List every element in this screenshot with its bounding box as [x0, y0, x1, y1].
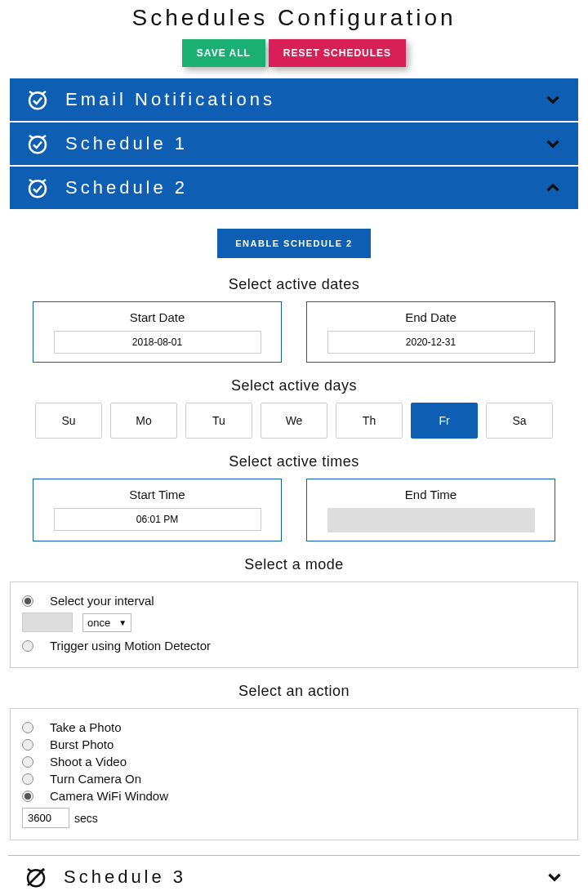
chevron-down-icon [542, 133, 564, 154]
page-title: Schedules Configuration [8, 0, 580, 39]
alarm-check-icon [24, 87, 51, 113]
interval-radio[interactable] [22, 595, 33, 607]
accordion-title: Schedule 1 [65, 133, 542, 154]
day-mo-button[interactable]: Mo [110, 403, 177, 439]
wifi-seconds-input[interactable] [22, 808, 69, 828]
day-th-button[interactable]: Th [336, 403, 403, 439]
accordion-schedule-2[interactable]: Schedule 2 [10, 167, 578, 211]
svg-point-1 [29, 136, 46, 153]
caret-down-icon: ▼ [118, 618, 127, 627]
motion-radio[interactable] [22, 640, 33, 652]
alarm-check-icon [24, 131, 51, 157]
take-photo-radio[interactable] [22, 722, 33, 733]
mode-label: Select a mode [8, 556, 580, 573]
interval-unit-value: once [87, 617, 110, 629]
start-time-input[interactable] [54, 508, 261, 531]
day-fr-button[interactable]: Fr [411, 403, 478, 439]
action-box: Take a Photo Burst Photo Shoot a Video T… [10, 708, 578, 840]
shoot-video-radio[interactable] [22, 756, 33, 768]
end-time-input[interactable] [327, 508, 535, 532]
secs-label: secs [74, 812, 98, 825]
start-time-box: Start Time [33, 479, 282, 541]
end-time-box: End Time [306, 479, 555, 541]
svg-point-2 [29, 180, 46, 197]
camera-on-radio[interactable] [22, 773, 33, 785]
start-date-label: Start Date [42, 310, 273, 324]
enable-schedule-2-button[interactable]: ENABLE SCHEDULE 2 [217, 229, 370, 258]
day-we-button[interactable]: We [261, 403, 327, 439]
accordion-schedule-1[interactable]: Schedule 1 [10, 123, 578, 167]
camera-on-label: Turn Camera On [50, 772, 141, 786]
interval-unit-select[interactable]: once ▼ [82, 613, 131, 632]
action-label: Select an action [8, 683, 580, 700]
active-days-label: Select active days [8, 377, 580, 394]
chevron-down-icon [544, 866, 565, 888]
start-time-label: Start Time [42, 488, 273, 501]
shoot-video-label: Shoot a Video [50, 755, 127, 768]
wifi-window-label: Camera WiFi Window [50, 789, 168, 803]
start-date-input[interactable] [54, 331, 261, 354]
take-photo-label: Take a Photo [50, 720, 122, 734]
accordion-title: Schedule 3 [64, 866, 544, 888]
alarm-off-icon [23, 864, 49, 890]
svg-point-0 [29, 92, 46, 109]
reset-schedules-button[interactable]: RESET SCHEDULES [269, 39, 406, 67]
day-su-button[interactable]: Su [35, 403, 102, 439]
burst-photo-label: Burst Photo [50, 737, 114, 751]
end-date-label: End Date [315, 310, 546, 324]
accordion-title: Email Notifications [65, 89, 542, 110]
end-date-box: End Date [306, 301, 555, 363]
interval-label: Select your interval [50, 594, 154, 608]
accordion-schedule-3[interactable]: Schedule 3 [8, 855, 580, 891]
mode-box: Select your interval once ▼ Trigger usin… [10, 581, 578, 668]
accordion-email-notifications[interactable]: Email Notifications [10, 78, 578, 123]
alarm-check-icon [24, 175, 51, 201]
chevron-down-icon [542, 89, 564, 110]
save-all-button[interactable]: SAVE ALL [182, 39, 265, 67]
day-tu-button[interactable]: Tu [185, 403, 252, 439]
active-times-label: Select active times [8, 453, 580, 470]
accordion-title: Schedule 2 [65, 177, 542, 198]
chevron-up-icon [542, 177, 564, 198]
motion-label: Trigger using Motion Detector [50, 639, 211, 653]
interval-value-input[interactable] [22, 613, 73, 632]
active-dates-label: Select active dates [8, 276, 580, 293]
day-sa-button[interactable]: Sa [486, 403, 553, 439]
wifi-window-radio[interactable] [22, 791, 33, 802]
start-date-box: Start Date [33, 301, 282, 363]
burst-photo-radio[interactable] [22, 739, 33, 751]
end-date-input[interactable] [327, 331, 535, 354]
end-time-label: End Time [315, 488, 546, 501]
